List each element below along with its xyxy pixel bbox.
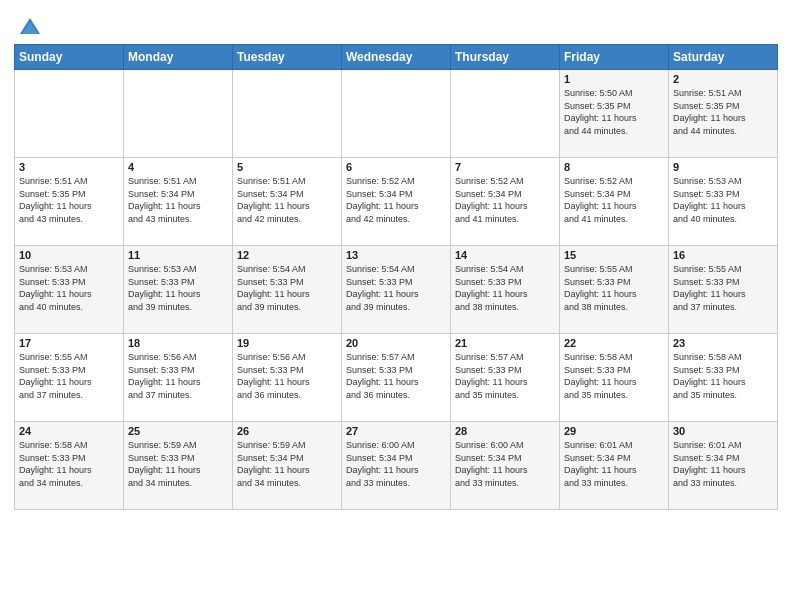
day-info: Sunrise: 5:52 AMSunset: 5:34 PMDaylight:…	[455, 175, 555, 225]
logo-icon	[16, 14, 44, 42]
calendar-day: 6Sunrise: 5:52 AMSunset: 5:34 PMDaylight…	[342, 158, 451, 246]
day-info: Sunrise: 5:53 AMSunset: 5:33 PMDaylight:…	[128, 263, 228, 313]
calendar-day: 18Sunrise: 5:56 AMSunset: 5:33 PMDayligh…	[124, 334, 233, 422]
logo-text-block	[14, 14, 44, 38]
weekday-header-thursday: Thursday	[451, 45, 560, 70]
calendar-day	[451, 70, 560, 158]
day-number: 1	[564, 73, 664, 85]
weekday-row: SundayMondayTuesdayWednesdayThursdayFrid…	[15, 45, 778, 70]
day-number: 27	[346, 425, 446, 437]
day-info: Sunrise: 5:55 AMSunset: 5:33 PMDaylight:…	[19, 351, 119, 401]
day-info: Sunrise: 5:50 AMSunset: 5:35 PMDaylight:…	[564, 87, 664, 137]
day-info: Sunrise: 5:56 AMSunset: 5:33 PMDaylight:…	[237, 351, 337, 401]
day-info: Sunrise: 5:56 AMSunset: 5:33 PMDaylight:…	[128, 351, 228, 401]
day-number: 3	[19, 161, 119, 173]
calendar-day: 10Sunrise: 5:53 AMSunset: 5:33 PMDayligh…	[15, 246, 124, 334]
day-number: 8	[564, 161, 664, 173]
logo	[14, 14, 44, 38]
calendar-day: 8Sunrise: 5:52 AMSunset: 5:34 PMDaylight…	[560, 158, 669, 246]
weekday-header-wednesday: Wednesday	[342, 45, 451, 70]
calendar-day: 5Sunrise: 5:51 AMSunset: 5:34 PMDaylight…	[233, 158, 342, 246]
calendar-day: 13Sunrise: 5:54 AMSunset: 5:33 PMDayligh…	[342, 246, 451, 334]
day-info: Sunrise: 5:51 AMSunset: 5:34 PMDaylight:…	[237, 175, 337, 225]
calendar-day: 22Sunrise: 5:58 AMSunset: 5:33 PMDayligh…	[560, 334, 669, 422]
weekday-header-friday: Friday	[560, 45, 669, 70]
day-number: 19	[237, 337, 337, 349]
day-number: 18	[128, 337, 228, 349]
day-number: 13	[346, 249, 446, 261]
day-number: 5	[237, 161, 337, 173]
calendar-day: 23Sunrise: 5:58 AMSunset: 5:33 PMDayligh…	[669, 334, 778, 422]
day-info: Sunrise: 5:52 AMSunset: 5:34 PMDaylight:…	[564, 175, 664, 225]
calendar-body: 1Sunrise: 5:50 AMSunset: 5:35 PMDaylight…	[15, 70, 778, 510]
calendar-day: 25Sunrise: 5:59 AMSunset: 5:33 PMDayligh…	[124, 422, 233, 510]
calendar-day: 19Sunrise: 5:56 AMSunset: 5:33 PMDayligh…	[233, 334, 342, 422]
calendar-day: 29Sunrise: 6:01 AMSunset: 5:34 PMDayligh…	[560, 422, 669, 510]
day-info: Sunrise: 5:51 AMSunset: 5:35 PMDaylight:…	[19, 175, 119, 225]
day-number: 15	[564, 249, 664, 261]
day-number: 24	[19, 425, 119, 437]
day-info: Sunrise: 5:59 AMSunset: 5:34 PMDaylight:…	[237, 439, 337, 489]
day-info: Sunrise: 5:58 AMSunset: 5:33 PMDaylight:…	[19, 439, 119, 489]
calendar-week-2: 3Sunrise: 5:51 AMSunset: 5:35 PMDaylight…	[15, 158, 778, 246]
calendar-day	[15, 70, 124, 158]
calendar-week-3: 10Sunrise: 5:53 AMSunset: 5:33 PMDayligh…	[15, 246, 778, 334]
calendar-week-1: 1Sunrise: 5:50 AMSunset: 5:35 PMDaylight…	[15, 70, 778, 158]
calendar-day: 30Sunrise: 6:01 AMSunset: 5:34 PMDayligh…	[669, 422, 778, 510]
weekday-header-sunday: Sunday	[15, 45, 124, 70]
calendar-day: 9Sunrise: 5:53 AMSunset: 5:33 PMDaylight…	[669, 158, 778, 246]
day-number: 4	[128, 161, 228, 173]
day-number: 28	[455, 425, 555, 437]
day-info: Sunrise: 6:01 AMSunset: 5:34 PMDaylight:…	[564, 439, 664, 489]
day-info: Sunrise: 5:52 AMSunset: 5:34 PMDaylight:…	[346, 175, 446, 225]
page-container: SundayMondayTuesdayWednesdayThursdayFrid…	[0, 0, 792, 518]
calendar-day: 4Sunrise: 5:51 AMSunset: 5:34 PMDaylight…	[124, 158, 233, 246]
calendar-day: 16Sunrise: 5:55 AMSunset: 5:33 PMDayligh…	[669, 246, 778, 334]
calendar-day: 2Sunrise: 5:51 AMSunset: 5:35 PMDaylight…	[669, 70, 778, 158]
day-info: Sunrise: 6:00 AMSunset: 5:34 PMDaylight:…	[346, 439, 446, 489]
day-number: 29	[564, 425, 664, 437]
day-info: Sunrise: 5:54 AMSunset: 5:33 PMDaylight:…	[455, 263, 555, 313]
day-number: 30	[673, 425, 773, 437]
day-info: Sunrise: 5:58 AMSunset: 5:33 PMDaylight:…	[673, 351, 773, 401]
day-number: 16	[673, 249, 773, 261]
day-info: Sunrise: 5:51 AMSunset: 5:35 PMDaylight:…	[673, 87, 773, 137]
calendar-week-4: 17Sunrise: 5:55 AMSunset: 5:33 PMDayligh…	[15, 334, 778, 422]
calendar-day: 27Sunrise: 6:00 AMSunset: 5:34 PMDayligh…	[342, 422, 451, 510]
calendar-day: 28Sunrise: 6:00 AMSunset: 5:34 PMDayligh…	[451, 422, 560, 510]
day-info: Sunrise: 5:57 AMSunset: 5:33 PMDaylight:…	[346, 351, 446, 401]
day-number: 2	[673, 73, 773, 85]
calendar-day: 20Sunrise: 5:57 AMSunset: 5:33 PMDayligh…	[342, 334, 451, 422]
calendar-day	[124, 70, 233, 158]
day-number: 9	[673, 161, 773, 173]
day-info: Sunrise: 5:53 AMSunset: 5:33 PMDaylight:…	[19, 263, 119, 313]
calendar-day: 12Sunrise: 5:54 AMSunset: 5:33 PMDayligh…	[233, 246, 342, 334]
calendar-week-5: 24Sunrise: 5:58 AMSunset: 5:33 PMDayligh…	[15, 422, 778, 510]
calendar-day: 14Sunrise: 5:54 AMSunset: 5:33 PMDayligh…	[451, 246, 560, 334]
day-number: 7	[455, 161, 555, 173]
weekday-header-monday: Monday	[124, 45, 233, 70]
calendar-day	[342, 70, 451, 158]
calendar-day: 15Sunrise: 5:55 AMSunset: 5:33 PMDayligh…	[560, 246, 669, 334]
day-info: Sunrise: 6:01 AMSunset: 5:34 PMDaylight:…	[673, 439, 773, 489]
day-number: 22	[564, 337, 664, 349]
calendar-day: 1Sunrise: 5:50 AMSunset: 5:35 PMDaylight…	[560, 70, 669, 158]
day-info: Sunrise: 6:00 AMSunset: 5:34 PMDaylight:…	[455, 439, 555, 489]
calendar-table: SundayMondayTuesdayWednesdayThursdayFrid…	[14, 44, 778, 510]
day-number: 25	[128, 425, 228, 437]
page-header	[14, 10, 778, 38]
calendar-day: 11Sunrise: 5:53 AMSunset: 5:33 PMDayligh…	[124, 246, 233, 334]
day-info: Sunrise: 5:57 AMSunset: 5:33 PMDaylight:…	[455, 351, 555, 401]
calendar-day: 24Sunrise: 5:58 AMSunset: 5:33 PMDayligh…	[15, 422, 124, 510]
day-number: 26	[237, 425, 337, 437]
calendar-day: 17Sunrise: 5:55 AMSunset: 5:33 PMDayligh…	[15, 334, 124, 422]
day-number: 21	[455, 337, 555, 349]
day-info: Sunrise: 5:51 AMSunset: 5:34 PMDaylight:…	[128, 175, 228, 225]
day-info: Sunrise: 5:54 AMSunset: 5:33 PMDaylight:…	[237, 263, 337, 313]
calendar-day: 3Sunrise: 5:51 AMSunset: 5:35 PMDaylight…	[15, 158, 124, 246]
day-number: 10	[19, 249, 119, 261]
day-number: 14	[455, 249, 555, 261]
day-info: Sunrise: 5:58 AMSunset: 5:33 PMDaylight:…	[564, 351, 664, 401]
day-info: Sunrise: 5:53 AMSunset: 5:33 PMDaylight:…	[673, 175, 773, 225]
calendar-day: 26Sunrise: 5:59 AMSunset: 5:34 PMDayligh…	[233, 422, 342, 510]
